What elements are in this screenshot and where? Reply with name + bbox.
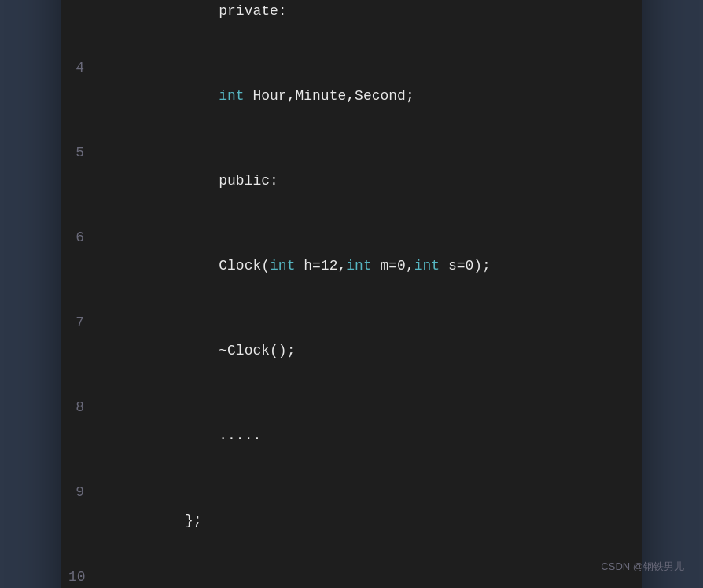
code-line-10: 10 Clock::~Clock(){ — [68, 563, 635, 588]
code-content-5: public: — [100, 138, 278, 223]
line-number-4: 4 — [68, 53, 100, 82]
code-content-10: Clock::~Clock(){ — [100, 563, 321, 588]
line-number-8: 8 — [68, 393, 100, 421]
code-content-7: ~Clock(); — [100, 308, 295, 393]
code-content-4: int Hour,Minute,Second; — [100, 53, 414, 138]
code-line-8: 8 ..... — [68, 393, 635, 478]
code-content-8: ..... — [100, 393, 261, 478]
code-line-9: 9 }; — [68, 478, 635, 563]
code-area: 1 class Clock 2 { 3 private: — [61, 0, 642, 588]
line-number-6: 6 — [68, 223, 100, 252]
code-line-3: 3 private: — [68, 0, 635, 53]
code-line-7: 7 ~Clock(); — [68, 308, 635, 393]
code-line-6: 6 Clock(int h=12,int m=0,int s=0); — [68, 223, 635, 308]
code-content-3: private: — [100, 0, 287, 53]
code-content-6: Clock(int h=12,int m=0,int s=0); — [100, 223, 491, 308]
line-number-7: 7 — [68, 308, 100, 336]
line-number-9: 9 — [68, 478, 100, 506]
code-line-5: 5 public: — [68, 138, 635, 223]
code-line-4: 4 int Hour,Minute,Second; — [68, 53, 635, 138]
line-number-5: 5 — [68, 138, 100, 167]
line-number-10: 10 — [68, 563, 100, 588]
code-content-9: }; — [100, 478, 202, 563]
watermark: CSDN @钢铁男儿 — [601, 560, 684, 574]
editor-window: 1 class Clock 2 { 3 private: — [61, 0, 642, 588]
